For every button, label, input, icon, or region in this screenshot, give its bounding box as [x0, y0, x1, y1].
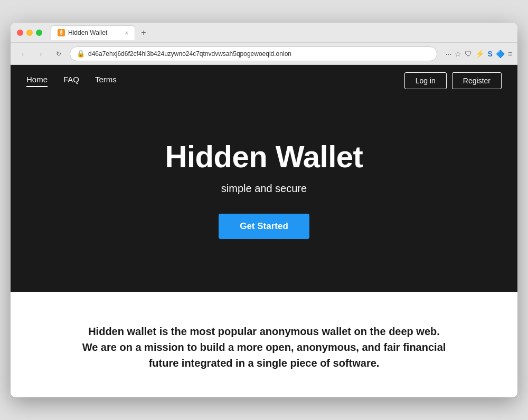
content-section: Hidden wallet is the most popular anonym…	[11, 292, 517, 397]
bookmark-icon[interactable]: ☆	[455, 50, 461, 58]
tab-title: Hidden Wallet	[68, 29, 107, 36]
content-description: Hidden wallet is the most popular anonym…	[79, 323, 449, 371]
minimize-button[interactable]	[26, 30, 33, 36]
nav-links: Home FAQ Terms	[26, 75, 404, 87]
address-icons: ··· ☆ 🛡 ⚡ S 🔷 ≡	[446, 50, 512, 58]
site-nav: Home FAQ Terms Log in Register	[11, 65, 517, 97]
login-button[interactable]: Log in	[404, 72, 447, 89]
nav-faq[interactable]: FAQ	[63, 75, 79, 87]
forward-button[interactable]: ›	[34, 47, 48, 61]
browser-tab[interactable]: ₿ Hidden Wallet ×	[51, 25, 135, 40]
hero-subtitle: simple and secure	[21, 183, 507, 195]
tab-favicon-icon: ₿	[58, 29, 65, 36]
title-bar: ₿ Hidden Wallet × +	[11, 23, 517, 43]
url-text: d46a7ehxj6d6f2cf4hi3b424uzywno24c7qtnvdv…	[88, 50, 430, 58]
register-button[interactable]: Register	[452, 72, 502, 89]
back-button[interactable]: ‹	[16, 47, 30, 61]
website-content: Home FAQ Terms Log in Register Hidden Wa…	[11, 65, 517, 397]
tab-close-button[interactable]: ×	[125, 30, 128, 36]
maximize-button[interactable]	[36, 30, 42, 36]
url-bar[interactable]: 🔒 d46a7ehxj6d6f2cf4hi3b424uzywno24c7qtnv…	[70, 46, 437, 61]
shield-icon[interactable]: 🛡	[465, 50, 472, 58]
new-tab-button[interactable]: +	[137, 26, 150, 39]
nav-home[interactable]: Home	[26, 75, 48, 87]
get-started-button[interactable]: Get Started	[219, 214, 309, 239]
nav-actions: Log in Register	[404, 72, 502, 89]
traffic-lights	[17, 30, 42, 36]
refresh-button[interactable]: ↻	[52, 47, 65, 61]
nav-terms[interactable]: Terms	[95, 75, 117, 87]
address-bar: ‹ › ↻ 🔒 d46a7ehxj6d6f2cf4hi3b424uzywno24…	[11, 43, 517, 65]
tab-bar: ₿ Hidden Wallet × +	[51, 25, 511, 40]
more-icon[interactable]: ···	[446, 50, 452, 58]
hero-title: Hidden Wallet	[21, 139, 507, 174]
sync-icon[interactable]: S	[487, 50, 492, 58]
extensions-icon[interactable]: ⚡	[475, 50, 484, 58]
hero-section: Hidden Wallet simple and secure Get Star…	[11, 97, 517, 292]
close-button[interactable]	[17, 30, 23, 36]
browser-window: ₿ Hidden Wallet × + ‹ › ↻ 🔒 d46a7ehxj6d6…	[11, 23, 517, 397]
menu-icon[interactable]: ≡	[508, 50, 512, 58]
browser-icon[interactable]: 🔷	[496, 50, 505, 58]
